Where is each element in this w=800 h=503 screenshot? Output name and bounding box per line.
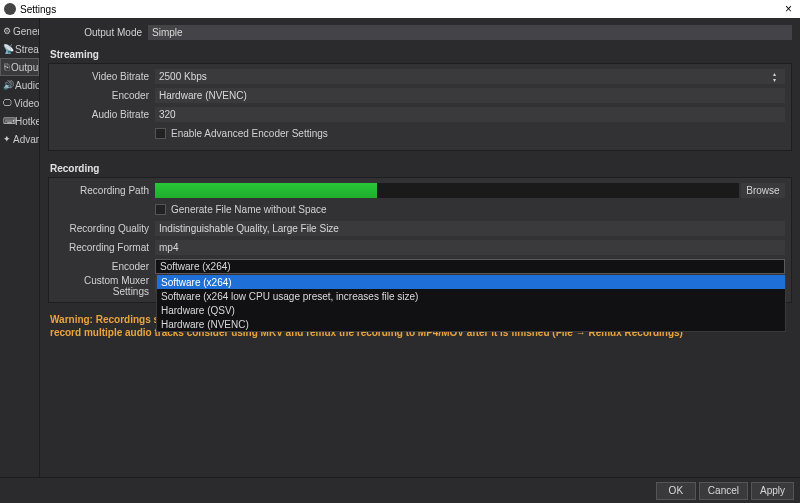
video-bitrate-label: Video Bitrate bbox=[55, 71, 155, 82]
audio-bitrate-select[interactable]: 320 bbox=[155, 107, 785, 122]
recording-path-input[interactable] bbox=[155, 183, 739, 198]
ok-button[interactable]: OK bbox=[656, 482, 696, 500]
video-icon: 🖵 bbox=[3, 98, 12, 108]
sidebar-item-video[interactable]: 🖵 Video bbox=[0, 94, 39, 112]
settings-sidebar: ⚙ General 📡 Stream ⎘ Output 🔊 Audio 🖵 Vi… bbox=[0, 18, 40, 477]
sidebar-item-label: Advanced bbox=[13, 134, 39, 145]
sidebar-item-hotkeys[interactable]: ⌨ Hotkeys bbox=[0, 112, 39, 130]
recording-encoder-label: Encoder bbox=[55, 261, 155, 272]
stream-encoder-label: Encoder bbox=[55, 90, 155, 101]
streaming-header: Streaming bbox=[48, 43, 792, 63]
audio-bitrate-label: Audio Bitrate bbox=[55, 109, 155, 120]
adv-encoder-checkbox-label: Enable Advanced Encoder Settings bbox=[171, 128, 328, 139]
recording-header: Recording bbox=[48, 157, 792, 177]
filename-nospace-checkbox[interactable] bbox=[155, 204, 166, 215]
title-bar: Settings × bbox=[0, 0, 800, 18]
browse-button[interactable]: Browse bbox=[741, 183, 785, 198]
gear-icon: ⚙ bbox=[3, 26, 11, 36]
sidebar-item-label: Output bbox=[11, 62, 39, 73]
stream-icon: 📡 bbox=[3, 44, 13, 54]
recording-format-select[interactable]: mp4 bbox=[155, 240, 785, 255]
app-icon bbox=[4, 3, 16, 15]
output-mode-label: Output Mode bbox=[48, 27, 148, 38]
sidebar-item-advanced[interactable]: ✦ Advanced bbox=[0, 130, 39, 148]
sidebar-item-label: Stream bbox=[15, 44, 39, 55]
sidebar-item-audio[interactable]: 🔊 Audio bbox=[0, 76, 39, 94]
sidebar-item-label: Hotkeys bbox=[15, 116, 39, 127]
sidebar-item-general[interactable]: ⚙ General bbox=[0, 22, 39, 40]
recording-quality-select[interactable]: Indistinguishable Quality, Large File Si… bbox=[155, 221, 785, 236]
adv-encoder-checkbox[interactable] bbox=[155, 128, 166, 139]
sidebar-item-label: Audio bbox=[15, 80, 39, 91]
sidebar-item-stream[interactable]: 📡 Stream bbox=[0, 40, 39, 58]
window-title: Settings bbox=[20, 4, 56, 15]
hotkeys-icon: ⌨ bbox=[3, 116, 13, 126]
filename-nospace-label: Generate File Name without Space bbox=[171, 204, 327, 215]
recording-encoder-select[interactable]: Software (x264) bbox=[155, 259, 785, 274]
spinner-icon[interactable]: ▴▾ bbox=[773, 69, 783, 84]
sidebar-item-label: General bbox=[13, 26, 39, 37]
cancel-button[interactable]: Cancel bbox=[699, 482, 748, 500]
streaming-section: Video Bitrate 2500 Kbps▴▾ Encoder Hardwa… bbox=[48, 63, 792, 151]
output-mode-select[interactable]: Simple bbox=[148, 25, 792, 40]
dialog-footer: OK Cancel Apply bbox=[0, 477, 800, 503]
close-icon[interactable]: × bbox=[781, 2, 796, 16]
video-bitrate-input[interactable]: 2500 Kbps▴▾ bbox=[155, 69, 785, 84]
sidebar-item-output[interactable]: ⎘ Output bbox=[0, 58, 39, 76]
encoder-option[interactable]: Hardware (QSV) bbox=[157, 303, 785, 317]
recording-section: Recording Path Browse Generate File Name… bbox=[48, 177, 792, 303]
encoder-option[interactable]: Software (x264) bbox=[157, 275, 785, 289]
advanced-icon: ✦ bbox=[3, 134, 11, 144]
output-settings-panel: Output Mode Simple Streaming Video Bitra… bbox=[40, 18, 800, 477]
recording-path-label: Recording Path bbox=[55, 185, 155, 196]
encoder-option[interactable]: Software (x264 low CPU usage preset, inc… bbox=[157, 289, 785, 303]
sidebar-item-label: Video bbox=[14, 98, 39, 109]
stream-encoder-select[interactable]: Hardware (NVENC) bbox=[155, 88, 785, 103]
apply-button[interactable]: Apply bbox=[751, 482, 794, 500]
output-icon: ⎘ bbox=[4, 62, 9, 72]
recording-encoder-dropdown[interactable]: Software (x264) Software (x264 low CPU u… bbox=[156, 275, 786, 332]
muxer-label: Custom Muxer Settings bbox=[55, 275, 155, 297]
recording-format-label: Recording Format bbox=[55, 242, 155, 253]
audio-icon: 🔊 bbox=[3, 80, 13, 90]
encoder-option[interactable]: Hardware (NVENC) bbox=[157, 317, 785, 331]
recording-quality-label: Recording Quality bbox=[55, 223, 155, 234]
